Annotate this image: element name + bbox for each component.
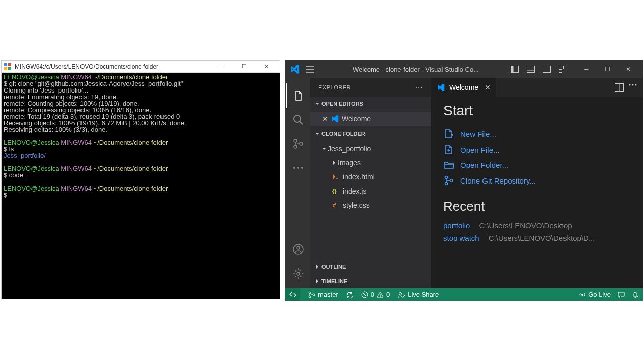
maximize-button[interactable]: ☐ [597,61,618,78]
svg-rect-8 [543,66,551,73]
vscode-window: Welcome - clone folder - Visual Studio C… [285,60,643,301]
link-label: Open File... [460,146,500,154]
go-live-label: Go Live [588,291,611,298]
maximize-button[interactable]: ☐ [232,61,255,72]
recent-path: C:\Users\LENOVO\Desktop [479,221,572,230]
expand-icon [331,160,338,165]
svg-rect-9 [548,66,551,73]
terminal-titlebar[interactable]: MINGW64:/c/Users/LENOVO/Documents/clone … [2,61,280,73]
minimize-button[interactable]: ─ [576,61,597,78]
problems-status[interactable]: 0 0 [361,291,390,298]
chevron-right-icon [313,279,321,284]
open-editors-label: OPEN EDITORS [321,101,363,107]
status-bar: master 0 0 Live Share Go Live [285,288,643,301]
chevron-down-icon [313,131,321,136]
outline-section[interactable]: OUTLINE [310,260,431,274]
svg-point-26 [629,84,631,86]
sidebar-more-icon[interactable]: ··· [415,83,423,92]
open-file-link[interactable]: Open File... [443,142,631,158]
layout-customize-icon[interactable] [555,62,571,77]
svg-point-32 [309,292,311,294]
explorer-activity-icon[interactable] [286,83,310,108]
svg-rect-2 [4,67,7,70]
svg-point-14 [294,139,297,142]
svg-point-29 [445,176,448,179]
svg-rect-10 [559,66,562,69]
prompt-env: MINGW64 [61,185,92,192]
more-activity-icon[interactable] [286,156,310,180]
folder-label: Jess_portfolio [328,145,371,153]
tree-file-style-css[interactable]: # style.css [310,198,431,212]
hamburger-menu-icon[interactable] [305,64,315,74]
svg-point-34 [313,294,315,296]
recent-heading: Recent [443,199,631,214]
new-file-link[interactable]: New File... [443,126,631,142]
search-activity-icon[interactable] [286,108,310,132]
welcome-page: Start New File... Open File... Open Fold… [431,97,643,250]
error-count: 0 [371,291,374,298]
sync-status[interactable] [346,291,353,298]
file-label: index.js [343,187,366,195]
settings-activity-icon[interactable] [286,261,310,286]
folder-section[interactable]: CLONE FOLDER [310,127,431,141]
notifications-icon[interactable] [632,291,639,298]
svg-rect-11 [564,66,567,69]
svg-rect-6 [527,66,535,73]
layout-secondary-sidebar-icon[interactable] [539,62,554,77]
close-tab-icon[interactable]: ✕ [485,83,491,92]
css-file-icon: # [331,202,341,209]
svg-rect-0 [4,63,7,66]
accounts-activity-icon[interactable] [286,237,310,261]
tree-folder-root[interactable]: Jess_portfolio [310,142,431,156]
close-editor-icon[interactable]: ✕ [320,115,330,123]
vscode-titlebar[interactable]: Welcome - clone folder - Visual Studio C… [285,60,643,78]
vscode-logo-icon [289,64,300,75]
svg-rect-3 [8,67,11,70]
link-label: Open Folder... [460,161,508,169]
svg-point-15 [294,145,297,148]
timeline-section[interactable]: TIMELINE [310,274,431,288]
svg-point-31 [450,179,453,182]
go-live-status[interactable]: Go Live [579,291,611,298]
source-control-activity-icon[interactable] [286,132,310,156]
vscode-file-icon [436,83,445,92]
prompt-path: ~/Documents/clone folder [94,185,168,192]
split-editor-icon[interactable] [615,83,624,92]
tree-file-index-html[interactable]: index.html [310,170,431,184]
tree-folder-images[interactable]: Images [310,156,431,170]
svg-point-17 [293,167,295,169]
cmd-code: code . [9,171,27,179]
layout-panel-icon[interactable] [523,62,538,77]
editor-more-icon[interactable] [629,83,637,92]
ls-output: Jess_portfolio/ [4,152,278,159]
svg-point-16 [300,142,303,145]
minimize-button[interactable]: ─ [210,61,232,72]
sidebar: EXPLORER ··· OPEN EDITORS ✕ Welcome [310,78,431,288]
layout-primary-sidebar-icon[interactable] [507,62,522,77]
recent-name-link[interactable]: portfolio [443,221,470,230]
clone-repo-link[interactable]: Clone Git Repository... [443,172,631,189]
tab-welcome[interactable]: Welcome ✕ [431,78,496,97]
close-button[interactable]: ✕ [618,61,639,78]
file-label: index.html [343,173,375,181]
open-editor-welcome[interactable]: ✕ Welcome [310,112,431,126]
remote-indicator-icon[interactable] [285,288,300,301]
svg-rect-5 [511,66,514,73]
live-share-status[interactable]: Live Share [398,291,439,298]
terminal-body[interactable]: LENOVO@Jessica MINGW64 ~/Documents/clone… [2,73,280,299]
feedback-icon[interactable] [618,291,625,298]
branch-status[interactable]: master [308,291,338,298]
prompt-dollar: $ [4,191,7,199]
tree-file-index-js[interactable]: {} index.js [310,184,431,198]
svg-text:#: # [333,202,336,209]
open-folder-link[interactable]: Open Folder... [443,158,631,172]
open-editors-section[interactable]: OPEN EDITORS [310,97,431,111]
close-button[interactable]: ✕ [255,61,278,72]
chevron-down-icon [313,101,321,106]
prompt-env: MINGW64 [61,165,92,172]
timeline-label: TIMELINE [321,278,347,284]
link-label: Clone Git Repository... [460,176,536,185]
recent-name-link[interactable]: stop watch [443,234,479,242]
folder-name-label: CLONE FOLDER [321,131,365,137]
svg-point-19 [301,167,303,169]
